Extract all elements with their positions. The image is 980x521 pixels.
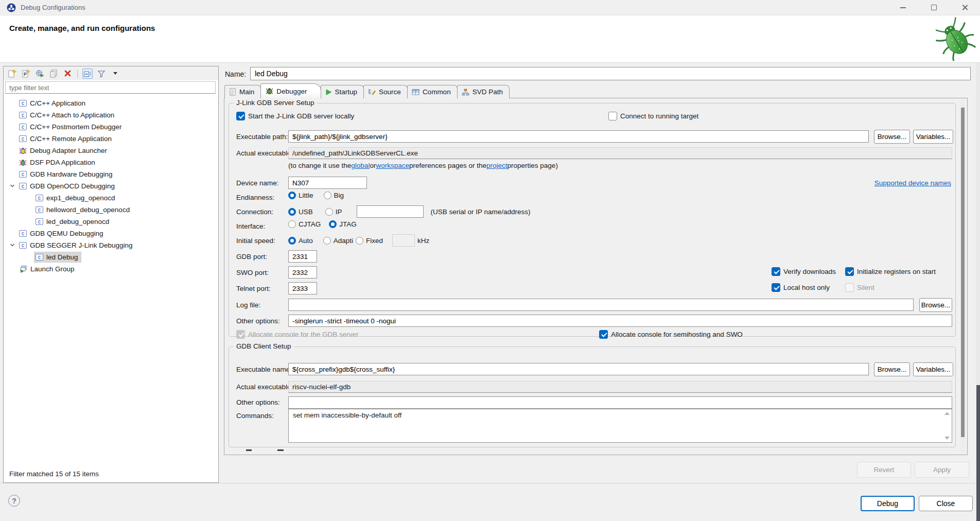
view-menu-icon[interactable] <box>110 68 120 79</box>
tree-item[interactable]: cGDB OpenOCD Debugging <box>4 180 218 192</box>
start-locally-checkbox[interactable] <box>236 112 245 120</box>
export-configuration-icon[interactable] <box>34 68 45 79</box>
launch-group-icon <box>19 265 27 273</box>
tree-item[interactable]: cC/C++ Postmortem Debugger <box>4 121 218 133</box>
chevron-down-icon[interactable] <box>9 242 15 250</box>
speed-auto-radio[interactable] <box>288 237 296 245</box>
tab-svd-path[interactable]: SVD Path <box>457 85 510 98</box>
workspace-link[interactable]: workspace <box>376 162 409 169</box>
tab-source[interactable]: Source <box>363 85 408 98</box>
content-scrollbar-thumb[interactable] <box>961 108 965 437</box>
tree-item[interactable]: cC/C++ Remote Application <box>4 133 218 145</box>
gdb-port-input[interactable] <box>288 250 317 263</box>
speed-adaptive-radio[interactable] <box>323 237 331 245</box>
endianness-label: Endianness: <box>236 194 274 201</box>
verify-downloads-checkbox[interactable] <box>772 267 780 276</box>
c-app-icon: c <box>19 135 27 142</box>
tab-startup[interactable]: Startup <box>321 85 364 98</box>
name-input[interactable] <box>250 67 971 80</box>
tree-item[interactable]: DSF PDA Application <box>4 157 218 168</box>
source-tree-icon <box>368 88 376 96</box>
maximize-icon[interactable] <box>922 0 946 15</box>
commands-textarea[interactable]: set mem inaccessible-by-default off <box>288 409 952 443</box>
tree-item-selected[interactable]: cled Debug <box>4 251 218 263</box>
debug-button[interactable]: Debug <box>861 496 915 511</box>
scroll-up-icon[interactable] <box>944 412 950 415</box>
c-app-icon: c <box>19 100 27 107</box>
conn-address-input[interactable] <box>357 205 424 218</box>
debugger-tab-content: J-Link GDB Server Setup Start the J-Link… <box>224 98 968 455</box>
new-prototype-icon[interactable]: P <box>21 68 31 79</box>
actual-exec-value: /undefined_path/JLinkGDBServerCL.exe <box>288 147 952 159</box>
endian-little-radio[interactable] <box>288 192 296 199</box>
delete-icon[interactable] <box>62 68 73 79</box>
log-file-input[interactable] <box>288 299 914 311</box>
client-exec-name-input[interactable] <box>288 363 869 375</box>
collapse-all-icon[interactable] <box>82 68 93 79</box>
conn-usb-radio[interactable] <box>288 208 296 216</box>
tab-debugger[interactable]: Debugger <box>260 83 321 98</box>
iface-jtag-radio[interactable] <box>329 220 337 228</box>
tree-item[interactable]: cGDB QEMU Debugging <box>4 228 218 239</box>
global-link[interactable]: global <box>351 162 370 169</box>
tree-item[interactable]: cGDB Hardware Debugging <box>4 168 218 180</box>
window-scrollbar-thumb[interactable] <box>976 385 980 521</box>
init-registers-checkbox[interactable] <box>845 267 854 276</box>
conn-ip-radio[interactable] <box>325 208 333 216</box>
swo-port-input[interactable] <box>288 266 317 279</box>
c-app-icon: c <box>19 171 27 178</box>
speed-fixed-radio[interactable] <box>356 237 363 245</box>
iface-cjtag-radio[interactable] <box>288 220 296 228</box>
tab-main[interactable]: Main <box>224 85 261 98</box>
tab-common[interactable]: Common <box>407 85 458 98</box>
endian-big-radio[interactable] <box>324 192 331 199</box>
duplicate-icon[interactable] <box>48 68 59 79</box>
gdb-client-group: GDB Client Setup Executable name: Browse… <box>229 346 956 447</box>
minimize-icon[interactable] <box>891 0 915 15</box>
help-icon[interactable]: ? <box>8 495 20 507</box>
tree-item[interactable]: cC/C++ Attach to Application <box>4 109 218 121</box>
scroll-down-icon[interactable] <box>944 437 950 440</box>
filter-status: Filter matched 15 of 15 items <box>9 470 99 478</box>
tree-item[interactable]: chelloword_debug_openocd <box>4 204 218 216</box>
device-name-input[interactable] <box>288 177 367 189</box>
filter-input[interactable] <box>5 81 216 94</box>
close-icon[interactable] <box>953 0 976 15</box>
tree-item[interactable]: cled_debug_openocd <box>4 216 218 228</box>
c-app-icon: c <box>19 183 27 189</box>
start-locally-row: Start the J-Link GDB server locally <box>236 112 354 120</box>
local-host-checkbox[interactable] <box>772 283 780 292</box>
server-other-options-input[interactable] <box>288 315 952 327</box>
server-variables-button[interactable]: Variables... <box>913 130 953 144</box>
c-app-icon: c <box>36 195 43 201</box>
commands-label: Commands: <box>236 412 274 420</box>
exec-path-input[interactable] <box>288 130 869 143</box>
apply-button[interactable]: Apply <box>915 462 969 478</box>
gdb-port-label: GDB port: <box>236 253 267 260</box>
supported-devices-link[interactable]: Supported device names <box>874 179 951 187</box>
tree-item[interactable]: Launch Group <box>4 263 218 275</box>
telnet-port-input[interactable] <box>288 282 317 294</box>
alloc-semihost-checkbox[interactable] <box>599 330 608 339</box>
tree-item[interactable]: cexp1_debug_openocd <box>4 192 218 204</box>
project-link[interactable]: project <box>486 162 507 169</box>
revert-button[interactable]: Revert <box>857 462 911 478</box>
preferences-note: (to change it use the global or workspac… <box>288 162 558 169</box>
client-actual-exec-label: Actual executable: <box>236 383 293 391</box>
log-browse-button[interactable]: Browse... <box>919 298 952 312</box>
client-actual-exec-value: riscv-nuclei-elf-gdb <box>288 381 952 393</box>
group-title: GDB Client Setup <box>234 342 294 350</box>
client-variables-button[interactable]: Variables... <box>913 362 953 376</box>
client-other-options-label: Other options: <box>236 398 280 406</box>
client-other-options-input[interactable] <box>288 396 952 409</box>
client-browse-button[interactable]: Browse... <box>874 362 910 376</box>
server-browse-button[interactable]: Browse... <box>874 130 910 144</box>
tree-item[interactable]: cC/C++ Application <box>4 97 218 109</box>
chevron-down-icon[interactable] <box>9 183 15 190</box>
tree-item[interactable]: Debug Adapter Launcher <box>4 145 218 157</box>
new-configuration-icon[interactable] <box>7 68 17 79</box>
tree-item[interactable]: cGDB SEGGER J-Link Debugging <box>4 239 218 251</box>
close-button[interactable]: Close <box>919 496 973 511</box>
filter-icon[interactable] <box>96 68 107 79</box>
connect-running-checkbox[interactable] <box>608 112 617 120</box>
